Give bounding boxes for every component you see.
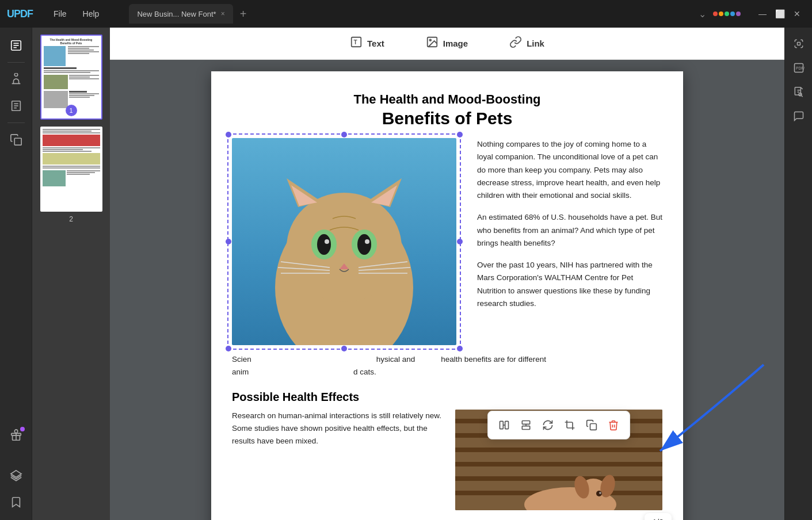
thumb-img-2 bbox=[40, 127, 102, 212]
sidebar-bottom bbox=[4, 423, 28, 514]
chevron-down-icon[interactable]: ⌄ bbox=[696, 6, 708, 22]
titlebar-tabs: New Busin... New Font* × + bbox=[129, 4, 696, 24]
sidebar-icon-stamp[interactable] bbox=[4, 67, 28, 91]
pdf-text-column: Nothing compares to the joy of coming ho… bbox=[468, 138, 662, 310]
resize-handle-bl[interactable] bbox=[226, 346, 231, 351]
float-btn-align-v[interactable] bbox=[494, 415, 514, 435]
thumbnail-page-1[interactable]: The Health and Mood-BoostingBenefits of … bbox=[40, 35, 102, 120]
close-button[interactable]: ✕ bbox=[789, 6, 805, 22]
wavy-dot-green bbox=[725, 12, 729, 16]
titlebar: UPDF File Help New Busin... New Font* × … bbox=[0, 0, 812, 28]
thumb-content-2 bbox=[40, 127, 102, 212]
text-tool-icon: T bbox=[350, 36, 363, 51]
svg-rect-52 bbox=[522, 426, 529, 430]
toolbar-text[interactable]: T Text bbox=[341, 31, 394, 56]
float-btn-duplicate[interactable] bbox=[581, 415, 602, 435]
sidebar-icon-copy[interactable] bbox=[4, 128, 28, 152]
resize-handle-tl[interactable] bbox=[226, 132, 231, 137]
svg-rect-56 bbox=[797, 43, 800, 45]
tab-close[interactable]: × bbox=[221, 10, 225, 18]
minimize-button[interactable]: — bbox=[754, 6, 771, 22]
menu-help[interactable]: Help bbox=[76, 7, 106, 21]
sidebar-icon-gift[interactable] bbox=[4, 423, 28, 448]
gift-badge bbox=[20, 427, 25, 431]
float-btn-align-h[interactable] bbox=[516, 415, 536, 435]
svg-point-17 bbox=[287, 193, 402, 302]
svg-point-24 bbox=[317, 234, 331, 255]
resize-handle-bm[interactable] bbox=[341, 346, 347, 351]
sidebar-divider-1 bbox=[7, 62, 25, 63]
toolbar-text-label: Text bbox=[367, 39, 384, 48]
pdf-title-text: Benefits of Pets bbox=[382, 109, 513, 128]
cat-svg bbox=[241, 150, 448, 345]
main-layout: The Health and Mood-BoostingBenefits of … bbox=[0, 28, 812, 520]
svg-rect-8 bbox=[14, 138, 21, 145]
active-tab[interactable]: New Busin... New Font* × bbox=[129, 4, 232, 24]
svg-rect-59 bbox=[795, 87, 800, 95]
float-btn-rotate[interactable] bbox=[537, 415, 558, 435]
pdf-para2: An estimated 68% of U.S. households have… bbox=[477, 211, 662, 250]
resize-handle-ml[interactable] bbox=[226, 239, 231, 244]
pdf-area: The Health and Mood-Boosting Benefits of… bbox=[110, 60, 784, 520]
right-icon-doc-search[interactable] bbox=[788, 82, 809, 102]
thumbnail-panel: The Health and Mood-BoostingBenefits of … bbox=[32, 28, 110, 520]
pdf-main-content: Nothing compares to the joy of coming ho… bbox=[232, 138, 662, 345]
pdf-partial-text: Science has examined what physical and h… bbox=[232, 353, 662, 379]
pdf-para1: Nothing compares to the joy of coming ho… bbox=[477, 138, 662, 202]
content-area: T Text Image bbox=[110, 28, 784, 520]
thumb-img-1: The Health and Mood-BoostingBenefits of … bbox=[40, 35, 102, 120]
sidebar-icon-layers[interactable] bbox=[4, 464, 28, 488]
svg-rect-54 bbox=[590, 424, 597, 430]
menu-file[interactable]: File bbox=[47, 7, 74, 21]
svg-rect-48 bbox=[500, 421, 504, 429]
thumbnail-page-2[interactable]: 2 bbox=[40, 127, 102, 223]
toolbar-link[interactable]: Link bbox=[500, 31, 554, 56]
sidebar-icon-bookmark[interactable] bbox=[4, 490, 28, 514]
tab-add-button[interactable]: + bbox=[235, 7, 251, 21]
svg-point-27 bbox=[365, 239, 369, 244]
pdf-para3: Over the past 10 years, NIH has partnere… bbox=[477, 259, 662, 310]
svg-rect-49 bbox=[505, 421, 509, 429]
resize-handle-tr[interactable] bbox=[457, 132, 463, 137]
window-controls: — ⬜ ✕ bbox=[754, 6, 805, 22]
sidebar-icon-reader[interactable] bbox=[4, 33, 28, 58]
toolbar-image-label: Image bbox=[443, 39, 468, 48]
toolbar-link-label: Link bbox=[527, 39, 544, 48]
svg-point-25 bbox=[357, 234, 371, 255]
thumb-cat-img bbox=[44, 46, 66, 66]
logo-up: UP bbox=[7, 8, 20, 20]
right-icon-scan[interactable] bbox=[788, 33, 809, 54]
link-tool-icon bbox=[509, 36, 522, 51]
app-logo: UPDF bbox=[7, 8, 33, 20]
top-toolbar: T Text Image bbox=[110, 28, 784, 60]
sidebar-divider-2 bbox=[7, 123, 25, 123]
float-btn-crop[interactable] bbox=[559, 415, 580, 435]
maximize-button[interactable]: ⬜ bbox=[772, 6, 788, 22]
resize-handle-mr[interactable] bbox=[457, 239, 463, 244]
svg-text:T: T bbox=[353, 39, 357, 45]
svg-rect-51 bbox=[522, 421, 529, 425]
svg-point-15 bbox=[429, 39, 431, 41]
right-sidebar: PDF/A bbox=[784, 28, 812, 520]
page-counter: 1/2 bbox=[645, 513, 672, 520]
pdf-page: The Health and Mood-Boosting Benefits of… bbox=[211, 71, 683, 520]
cat-image bbox=[232, 138, 456, 345]
wavy-logo bbox=[713, 12, 741, 16]
resize-handle-br[interactable] bbox=[457, 346, 463, 351]
titlebar-controls: ⌄ — ⬜ ✕ bbox=[696, 6, 805, 22]
svg-text:PDF/A: PDF/A bbox=[796, 66, 805, 70]
resize-handle-tm[interactable] bbox=[341, 132, 347, 137]
thumb-page-badge-1: 1 bbox=[66, 105, 77, 116]
toolbar-image[interactable]: Image bbox=[417, 31, 477, 56]
svg-point-47 bbox=[599, 492, 601, 494]
right-icon-pdf-a[interactable]: PDF/A bbox=[788, 58, 809, 78]
sidebar-icon-document-list[interactable] bbox=[4, 94, 28, 118]
float-btn-delete[interactable] bbox=[603, 415, 624, 435]
floating-toolbar bbox=[487, 411, 630, 439]
right-icon-message[interactable] bbox=[788, 106, 809, 127]
pdf-section-title: Possible Health Effects bbox=[232, 391, 662, 404]
image-tool-icon bbox=[426, 36, 439, 51]
logo-df: DF bbox=[20, 8, 33, 20]
pdf-main-title: The Health and Mood-Boosting Benefits of… bbox=[232, 87, 662, 129]
titlebar-menu: File Help bbox=[47, 7, 106, 21]
